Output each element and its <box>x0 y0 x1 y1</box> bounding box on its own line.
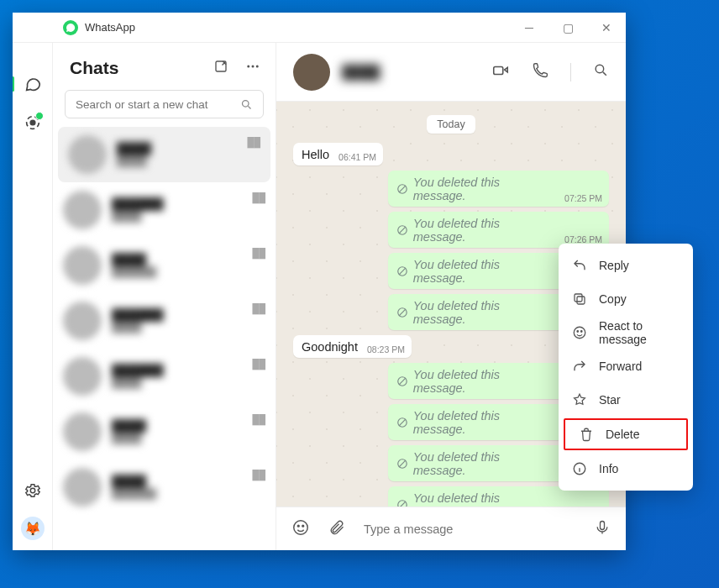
message-bubble[interactable]: You deleted this message.07:25 PM <box>388 171 609 207</box>
svg-point-24 <box>574 327 585 339</box>
search-icon <box>240 98 253 111</box>
message-context-menu: ReplyCopyReact to messageForwardStarDele… <box>559 244 693 491</box>
message-bubble[interactable]: Hello06:41 PM <box>293 143 383 165</box>
minimize-button[interactable]: ─ <box>510 13 548 43</box>
message-text: You deleted this message. <box>396 491 601 507</box>
svg-point-5 <box>252 66 255 68</box>
svg-point-20 <box>302 525 304 527</box>
ctx-forward[interactable]: Forward <box>559 349 693 383</box>
ctx-copy[interactable]: Copy <box>559 282 693 316</box>
svg-point-9 <box>596 65 604 73</box>
video-call-icon[interactable] <box>491 61 510 83</box>
message-time: 08:23 PM <box>367 344 405 354</box>
ctx-react[interactable]: React to message <box>559 316 693 349</box>
message-time: 07:25 PM <box>564 193 602 203</box>
chat-list-pane: Chats ██████████ ████████████ ██████████… <box>53 43 276 550</box>
attach-icon[interactable] <box>328 519 345 539</box>
contact-avatar[interactable] <box>293 54 330 91</box>
chat-item[interactable]: ██████████ <box>58 127 270 182</box>
chats-heading: Chats <box>70 58 118 78</box>
message-composer <box>276 507 626 550</box>
close-button[interactable]: ✕ <box>587 13 626 43</box>
svg-point-4 <box>247 66 249 68</box>
svg-rect-8 <box>494 66 503 74</box>
search-input[interactable] <box>65 90 264 118</box>
message-bubble[interactable]: Goodnight08:23 PM <box>293 335 412 358</box>
ctx-info[interactable]: Info <box>559 452 693 486</box>
search-in-chat-icon[interactable] <box>593 62 609 81</box>
ctx-label: Forward <box>599 360 642 373</box>
voice-call-icon[interactable] <box>532 62 548 82</box>
svg-point-2 <box>30 488 35 493</box>
svg-point-1 <box>30 120 35 125</box>
status-icon[interactable] <box>24 113 42 132</box>
profile-avatar[interactable]: 🦊 <box>21 517 45 540</box>
chat-item[interactable]: ████████████ <box>53 459 276 515</box>
svg-point-26 <box>581 331 583 333</box>
divider <box>570 63 571 81</box>
contact-name[interactable]: ████ <box>342 65 380 80</box>
whatsapp-logo-icon <box>63 20 78 35</box>
conversation-header: ████ <box>276 43 626 102</box>
message-input[interactable] <box>364 522 575 536</box>
ctx-label: Delete <box>606 428 639 441</box>
settings-icon[interactable] <box>24 481 42 500</box>
ctx-delete[interactable]: Delete <box>564 418 688 450</box>
svg-point-19 <box>297 525 299 527</box>
search-field[interactable] <box>76 98 232 111</box>
nav-rail: 🦊 <box>13 43 53 550</box>
chat-item[interactable]: ████████████ <box>53 349 276 404</box>
ctx-label: Copy <box>599 292 627 306</box>
svg-point-7 <box>243 100 249 107</box>
chat-list: ██████████ ████████████ ████████████ ███… <box>53 127 276 550</box>
mic-icon[interactable] <box>594 519 611 539</box>
chat-item[interactable]: ████████████ <box>53 293 276 349</box>
whatsapp-window: WhatsApp ─ ▢ ✕ 🦊 Chats <box>13 13 626 550</box>
message-bubble[interactable]: You deleted this message.07:26 PM <box>388 212 609 248</box>
emoji-icon[interactable] <box>291 518 310 540</box>
chat-item[interactable]: ████████████ <box>53 238 276 293</box>
chat-item[interactable]: ██████████ <box>53 404 276 459</box>
ctx-label: Reply <box>599 259 629 272</box>
ctx-label: React to message <box>599 319 680 346</box>
chat-item[interactable]: ████████████ <box>53 182 276 238</box>
ctx-label: Star <box>599 393 621 407</box>
window-controls: ─ ▢ ✕ <box>510 13 626 43</box>
ctx-star[interactable]: Star <box>559 383 693 417</box>
chats-icon[interactable] <box>24 75 42 93</box>
svg-rect-23 <box>575 294 582 302</box>
svg-point-18 <box>294 520 308 534</box>
svg-rect-22 <box>577 297 585 304</box>
date-separator: Today <box>427 115 475 134</box>
app-title: WhatsApp <box>85 21 135 34</box>
message-time: 06:41 PM <box>339 152 376 162</box>
svg-point-25 <box>577 331 579 333</box>
svg-rect-21 <box>601 521 605 529</box>
svg-point-6 <box>256 66 259 68</box>
new-chat-icon[interactable] <box>213 59 228 77</box>
maximize-button[interactable]: ▢ <box>548 13 587 43</box>
titlebar: WhatsApp ─ ▢ ✕ <box>13 13 626 43</box>
ctx-reply[interactable]: Reply <box>559 249 693 282</box>
more-menu-icon[interactable] <box>245 59 260 77</box>
ctx-label: Info <box>599 462 618 475</box>
